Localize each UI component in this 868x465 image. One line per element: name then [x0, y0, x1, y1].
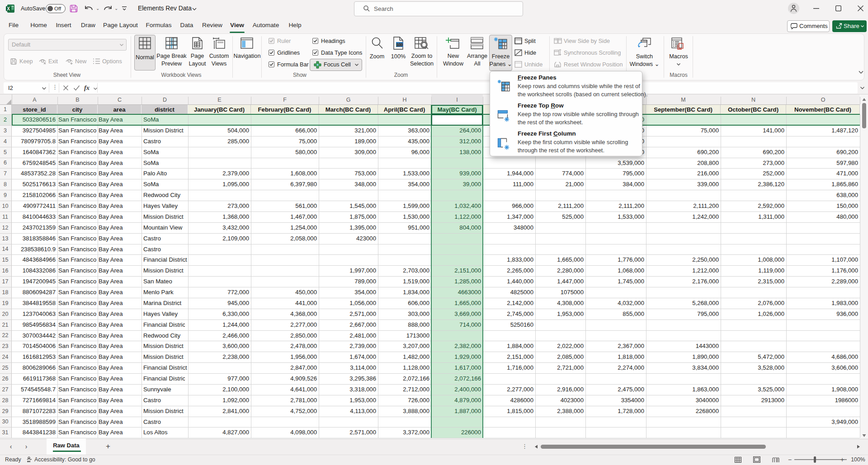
svg-text:X: X — [7, 6, 10, 11]
svg-text:100: 100 — [396, 42, 403, 47]
